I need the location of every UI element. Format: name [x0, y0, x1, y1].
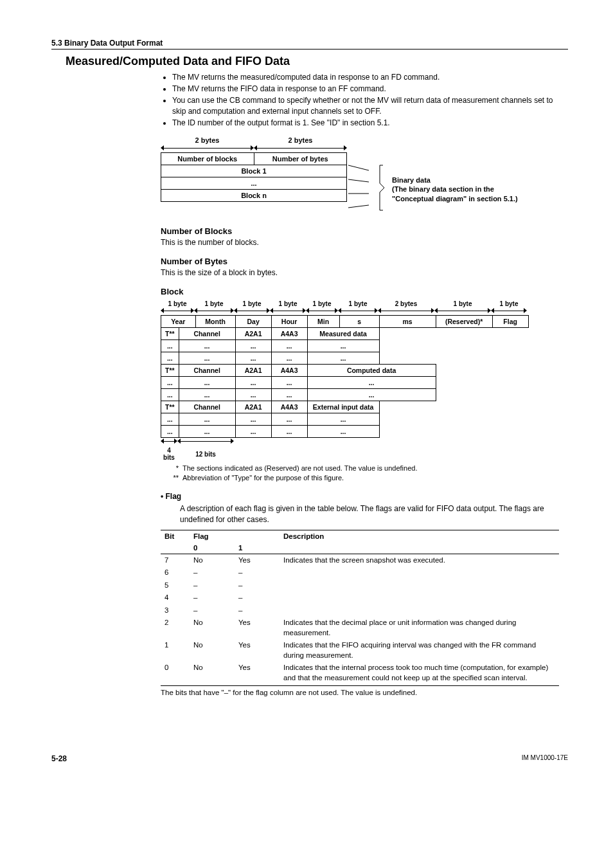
cell-a4a3-3: A4A3	[271, 401, 307, 413]
flag-footnote: The bits that have "–" for the flag colu…	[161, 689, 568, 696]
footer-page-number: 5-28	[51, 754, 67, 763]
cell-t1: T**	[161, 328, 179, 340]
flag-th-bit: Bit	[161, 530, 190, 554]
flag-heading: • Flag	[161, 492, 568, 501]
brace-caption: Binary data (The binary data section in …	[392, 134, 518, 215]
block-notes: *The sections indicated as (Reserved) ar…	[167, 464, 568, 483]
bullet-3: You can use the CB command to specify wh…	[172, 95, 568, 116]
block-dim-4: 1 byte	[306, 300, 338, 309]
block-h-month: Month	[195, 316, 235, 328]
label-12bits: 12 bits	[177, 451, 234, 458]
bullet-2: The MV returns the FIFO data in response…	[172, 84, 568, 94]
bullet-4: The ID number of the output format is 1.…	[172, 118, 568, 128]
header-num-bytes: Number of bytes	[254, 152, 347, 165]
note-1: The sections indicated as (Reserved) are…	[182, 464, 417, 473]
block-dim-8: 1 byte	[491, 300, 527, 309]
block-h-year: Year	[161, 316, 196, 328]
flag-th-flag: Flag	[190, 530, 280, 542]
cell-t2: T**	[161, 365, 179, 377]
block-table: Year Month Day Hour Min s ms (Reserved)*…	[161, 315, 529, 438]
block-h-day: Day	[235, 316, 271, 328]
block-h-reserved: (Reserved)*	[436, 316, 492, 328]
cell-t3: T**	[161, 401, 179, 413]
block-dim-6: 2 bytes	[378, 300, 434, 309]
page-footer: 5-28 IM MV1000-17E	[51, 754, 568, 763]
dim-left-label: 2 bytes	[161, 136, 254, 144]
block-h-s: s	[339, 316, 379, 328]
num-blocks-text: This is the number of blocks.	[161, 237, 568, 248]
block-dim-0: 1 byte	[161, 300, 194, 309]
flag-intro-text: A description of each flag is given in t…	[180, 503, 568, 526]
brace-lines	[347, 134, 379, 215]
cell-a2a1-3: A2A1	[235, 401, 271, 413]
note-2: Abbreviation of "Type" for the purpose o…	[182, 473, 344, 483]
flag-table: Bit Flag Description 0 1 7NoYesIndicates…	[161, 530, 559, 687]
flag-th-1: 1	[235, 542, 280, 554]
diagram-table: Number of blocks Number of bytes Block 1…	[161, 152, 347, 202]
diagram-row-ellipsis: ...	[161, 177, 347, 189]
block-h-min: Min	[307, 316, 339, 328]
section-rule	[51, 49, 568, 50]
block-dim-2: 1 byte	[234, 300, 270, 309]
diagram-row-blockn: Block n	[161, 189, 347, 201]
cell-measured: Measured data	[307, 328, 379, 340]
cell-a2a1-2: A2A1	[235, 365, 271, 377]
num-bytes-text: This is the size of a block in bytes.	[161, 267, 568, 278]
cell-a4a3-1: A4A3	[271, 328, 307, 340]
header-num-blocks: Number of blocks	[161, 152, 254, 165]
label-4bits: 4 bits	[161, 447, 177, 461]
block-diagram: 1 byte 1 byte 1 byte 1 byte 1 byte 1 byt…	[161, 300, 568, 461]
flag-th-0: 0	[190, 542, 235, 554]
cell-a4a3-2: A4A3	[271, 365, 307, 377]
block-h-ms: ms	[379, 316, 436, 328]
binary-data-diagram: 2 bytes 2 bytes Number of blocks Number …	[161, 134, 568, 215]
flag-th-desc: Description	[280, 530, 559, 554]
block-dim-5: 1 byte	[338, 300, 378, 309]
block-h-hour: Hour	[271, 316, 307, 328]
diagram-row-block1: Block 1	[161, 165, 347, 177]
block-dim-3: 1 byte	[270, 300, 306, 309]
footer-doc-id: IM MV1000-17E	[522, 754, 568, 763]
num-blocks-heading: Number of Blocks	[161, 226, 568, 236]
brace-bracket	[379, 134, 388, 215]
cell-chan1: Channel	[179, 328, 235, 340]
section-header: 5.3 Binary Data Output Format	[51, 39, 568, 48]
block-heading: Block	[161, 287, 568, 296]
cell-computed: Computed data	[307, 365, 436, 377]
cell-chan3: Channel	[179, 401, 235, 413]
cell-chan2: Channel	[179, 365, 235, 377]
block-dim-1: 1 byte	[194, 300, 234, 309]
brace-line3: "Conceptual diagram" in section 5.1.)	[392, 194, 518, 203]
bullet-1: The MV returns the measured/computed dat…	[172, 72, 568, 82]
cell-external: External input data	[307, 401, 379, 413]
dim-right-label: 2 bytes	[254, 136, 347, 144]
page-title: Measured/Computed Data and FIFO Data	[66, 55, 568, 68]
brace-line1: Binary data	[392, 176, 518, 185]
block-dim-7: 1 byte	[434, 300, 491, 309]
cell-a2a1-1: A2A1	[235, 328, 271, 340]
intro-bullets: The MV returns the measured/computed dat…	[161, 72, 568, 128]
block-h-flag: Flag	[492, 316, 528, 328]
num-bytes-heading: Number of Bytes	[161, 257, 568, 266]
brace-line2: (The binary data section in the	[392, 185, 518, 194]
